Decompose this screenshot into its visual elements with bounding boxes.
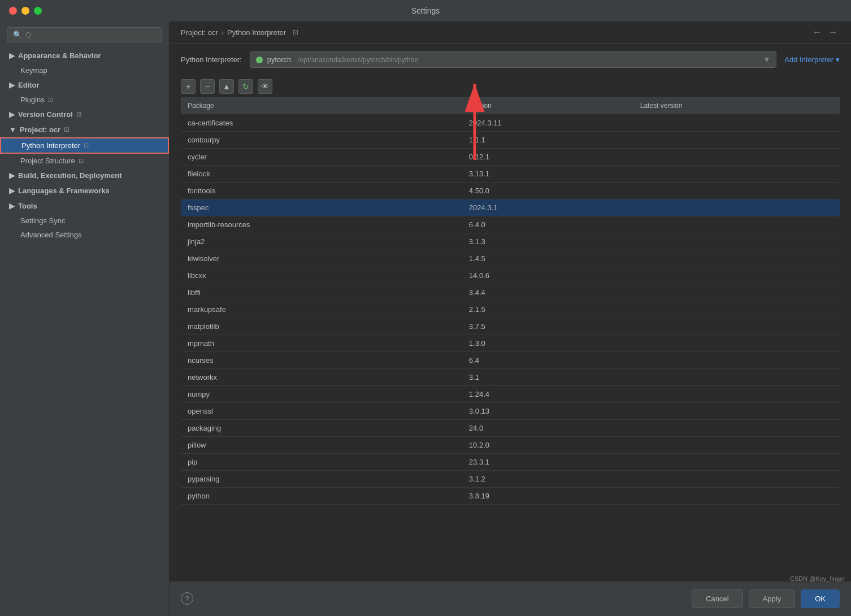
cell-package: markupsafe (181, 301, 462, 318)
sidebar-item-label: Editor (18, 81, 40, 89)
env-status-dot (256, 57, 263, 63)
sidebar-item-label: Settings Sync (20, 216, 66, 225)
add-package-button[interactable]: + (181, 79, 196, 94)
up-icon: ▲ (223, 82, 231, 91)
add-interpreter-chevron-icon: ▾ (836, 55, 840, 64)
table-row[interactable]: markupsafe2.1.5 (181, 301, 840, 318)
sidebar-item-tools[interactable]: ▶ Tools (0, 198, 169, 214)
cell-latest (633, 420, 840, 437)
cancel-button[interactable]: Cancel (692, 589, 743, 608)
cell-version: 4.50.0 (462, 183, 633, 199)
sidebar-item-project-ocr[interactable]: ▼ Project: ocr ⊡ (0, 122, 169, 137)
chevron-right-icon: ▶ (9, 110, 15, 119)
cell-version: 10.2.0 (462, 437, 633, 454)
refresh-button[interactable]: ↻ (238, 79, 253, 94)
table-row[interactable]: pyparsing3.1.2 (181, 471, 840, 488)
sidebar-item-project-structure[interactable]: Project Structure ⊡ (0, 154, 169, 168)
cell-latest (633, 437, 840, 454)
cell-package: importlib-resources (181, 216, 462, 233)
cell-latest (633, 149, 840, 166)
sidebar-item-label: Version Control (18, 110, 73, 119)
sidebar-item-advanced-settings[interactable]: Advanced Settings (0, 228, 169, 242)
sidebar-item-languages-frameworks[interactable]: ▶ Languages & Frameworks (0, 183, 169, 198)
settings-icon: ⊡ (84, 142, 89, 149)
close-button[interactable] (9, 7, 17, 15)
table-row[interactable]: packaging24.0 (181, 420, 840, 437)
remove-package-button[interactable]: − (200, 79, 215, 94)
cell-latest (633, 301, 840, 318)
cell-version: 3.1 (462, 369, 633, 386)
cell-latest (633, 335, 840, 352)
table-row[interactable]: pip23.3.1 (181, 454, 840, 471)
cell-package: contourpy (181, 132, 462, 149)
help-button[interactable]: ? (181, 592, 193, 605)
table-row[interactable]: python3.8.19 (181, 488, 840, 505)
ok-button[interactable]: OK (801, 589, 840, 608)
table-row[interactable]: fsspec2024.3.1 (181, 199, 840, 216)
table-row[interactable]: contourpy1.1.1 (181, 132, 840, 149)
table-row[interactable]: kiwisolver1.4.5 (181, 250, 840, 267)
table-row[interactable]: importlib-resources6.4.0 (181, 216, 840, 233)
cell-package: packaging (181, 420, 462, 437)
maximize-button[interactable] (34, 7, 42, 15)
table-row[interactable]: libcxx14.0.6 (181, 267, 840, 284)
breadcrumb-separator: › (222, 28, 224, 37)
table-row[interactable]: cycler0.12.1 (181, 149, 840, 166)
table-row[interactable]: matplotlib3.7.5 (181, 318, 840, 335)
forward-arrow-icon[interactable]: → (826, 27, 840, 37)
sidebar-item-keymap[interactable]: Keymap (0, 63, 169, 77)
sidebar-item-plugins[interactable]: Plugins ⊡ (0, 93, 169, 107)
cell-package: matplotlib (181, 318, 462, 335)
up-button[interactable]: ▲ (219, 79, 234, 94)
package-table[interactable]: Package Version Latest version ca-certif… (181, 97, 840, 581)
table-row[interactable]: filelock3.13.1 (181, 166, 840, 183)
table-row[interactable]: ca-certificates2024.3.11 (181, 115, 840, 132)
cell-version: 14.0.6 (462, 267, 633, 284)
table-row[interactable]: openssl3.0.13 (181, 403, 840, 420)
cell-version: 2024.3.11 (462, 115, 633, 132)
table-row[interactable]: jinja23.1.3 (181, 233, 840, 250)
minimize-button[interactable] (21, 7, 29, 15)
breadcrumb-interpreter: Python Interpreter (227, 28, 286, 37)
plus-icon: + (186, 82, 190, 91)
table-row[interactable]: numpy1.24.4 (181, 386, 840, 403)
chevron-right-icon: ▶ (9, 202, 15, 210)
packages-list: Package Version Latest version ca-certif… (181, 97, 840, 505)
apply-button[interactable]: Apply (749, 589, 796, 608)
sidebar-item-editor[interactable]: ▶ Editor (0, 77, 169, 93)
cell-package: filelock (181, 166, 462, 183)
table-row[interactable]: mpmath1.3.0 (181, 335, 840, 352)
cell-version: 3.4.4 (462, 284, 633, 301)
sidebar-item-label: Appearance & Behavior (18, 51, 101, 60)
cell-latest (633, 267, 840, 284)
interpreter-dropdown[interactable]: pytorch /opt/anaconda3/envs/pytorch/bin/… (250, 51, 777, 68)
sidebar-item-settings-sync[interactable]: Settings Sync (0, 214, 169, 228)
table-row[interactable]: fonttools4.50.0 (181, 183, 840, 199)
back-arrow-icon[interactable]: ← (810, 27, 824, 37)
sidebar-item-label: Languages & Frameworks (18, 186, 110, 195)
add-interpreter-button[interactable]: Add Interpreter ▾ (784, 55, 840, 64)
table-row[interactable]: networkx3.1 (181, 369, 840, 386)
cell-latest (633, 284, 840, 301)
table-row[interactable]: ncurses6.4 (181, 352, 840, 369)
search-input[interactable] (25, 31, 156, 39)
table-row[interactable]: pillow10.2.0 (181, 437, 840, 454)
panel-wrapper: Project: ocr › Python Interpreter ⊡ ← → … (170, 21, 851, 616)
chevron-right-icon: ▶ (9, 81, 15, 89)
sidebar-item-python-interpreter[interactable]: Python Interpreter ⊡ (0, 137, 169, 154)
cell-package: ca-certificates (181, 115, 462, 132)
table-row[interactable]: libffi3.4.4 (181, 284, 840, 301)
cell-latest (633, 369, 840, 386)
refresh-icon: ↻ (242, 82, 249, 91)
cell-version: 1.24.4 (462, 386, 633, 403)
sidebar-item-build-execution[interactable]: ▶ Build, Execution, Deployment (0, 168, 169, 183)
cell-latest (633, 454, 840, 471)
sidebar-item-version-control[interactable]: ▶ Version Control ⊡ (0, 107, 169, 122)
cell-package: fsspec (181, 199, 462, 216)
sidebar-item-appearance[interactable]: ▶ Appearance & Behavior (0, 48, 169, 63)
interpreter-path: /opt/anaconda3/envs/pytorch/bin/python (298, 56, 418, 64)
eye-button[interactable]: 👁 (258, 79, 272, 94)
sidebar-search-container[interactable]: 🔍 (7, 27, 162, 42)
cell-version: 1.1.1 (462, 132, 633, 149)
interpreter-label: Python Interpreter: (181, 55, 242, 64)
